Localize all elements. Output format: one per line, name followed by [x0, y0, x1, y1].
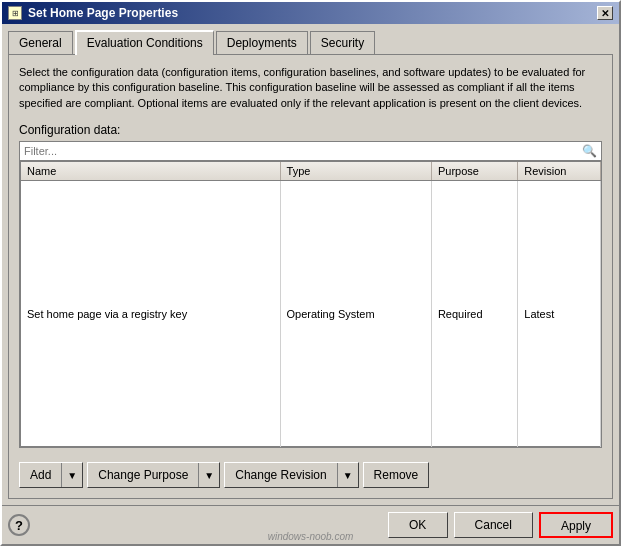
col-header-type: Type — [280, 162, 431, 181]
change-purpose-button[interactable]: Change Purpose — [88, 463, 198, 487]
watermark: windows-noob.com — [268, 531, 354, 542]
change-revision-button[interactable]: Change Revision — [225, 463, 336, 487]
filter-box: 🔍 — [19, 141, 602, 161]
tab-deployments[interactable]: Deployments — [216, 31, 308, 54]
table-wrapper: Name Type Purpose Revision Set home page… — [19, 161, 602, 448]
close-button[interactable]: ✕ — [597, 6, 613, 20]
cell-revision: Latest — [518, 181, 601, 447]
add-button[interactable]: Add — [20, 463, 61, 487]
add-dropdown-arrow[interactable]: ▼ — [61, 463, 82, 487]
action-buttons: Add ▼ Change Purpose ▼ Change Revision ▼… — [19, 462, 602, 488]
change-revision-dropdown-arrow[interactable]: ▼ — [337, 463, 358, 487]
tab-evaluation-conditions[interactable]: Evaluation Conditions — [75, 30, 214, 55]
tab-bar: General Evaluation Conditions Deployment… — [8, 30, 613, 54]
table-row[interactable]: Set home page via a registry key Operati… — [21, 181, 601, 447]
tab-general[interactable]: General — [8, 31, 73, 54]
table-container: Name Type Purpose Revision Set home page… — [19, 161, 602, 448]
remove-button[interactable]: Remove — [363, 462, 430, 488]
window-title: Set Home Page Properties — [28, 6, 178, 20]
table-header-row: Name Type Purpose Revision — [21, 162, 601, 181]
window-icon: ⊞ — [8, 6, 22, 20]
filter-input[interactable] — [20, 143, 578, 159]
dialog-window: ⊞ Set Home Page Properties ✕ General Eva… — [0, 0, 621, 546]
description-text: Select the configuration data (configura… — [19, 65, 602, 111]
change-purpose-button-group: Change Purpose ▼ — [87, 462, 220, 488]
tab-panel-evaluation-conditions: Select the configuration data (configura… — [8, 54, 613, 499]
search-icon: 🔍 — [578, 142, 601, 160]
data-table: Name Type Purpose Revision Set home page… — [20, 162, 601, 447]
dialog-content: General Evaluation Conditions Deployment… — [2, 24, 619, 505]
tab-security[interactable]: Security — [310, 31, 375, 54]
cell-purpose: Required — [431, 181, 517, 447]
cancel-button[interactable]: Cancel — [454, 512, 533, 538]
apply-button[interactable]: Apply — [539, 512, 613, 538]
help-button[interactable]: ? — [8, 514, 30, 536]
cell-type: Operating System — [280, 181, 431, 447]
config-data-label: Configuration data: — [19, 123, 602, 137]
col-header-purpose: Purpose — [431, 162, 517, 181]
add-button-group: Add ▼ — [19, 462, 83, 488]
ok-button[interactable]: OK — [388, 512, 448, 538]
col-header-revision: Revision — [518, 162, 601, 181]
title-bar: ⊞ Set Home Page Properties ✕ — [2, 2, 619, 24]
change-revision-button-group: Change Revision ▼ — [224, 462, 358, 488]
col-header-name: Name — [21, 162, 281, 181]
change-purpose-dropdown-arrow[interactable]: ▼ — [198, 463, 219, 487]
cell-name: Set home page via a registry key — [21, 181, 281, 447]
